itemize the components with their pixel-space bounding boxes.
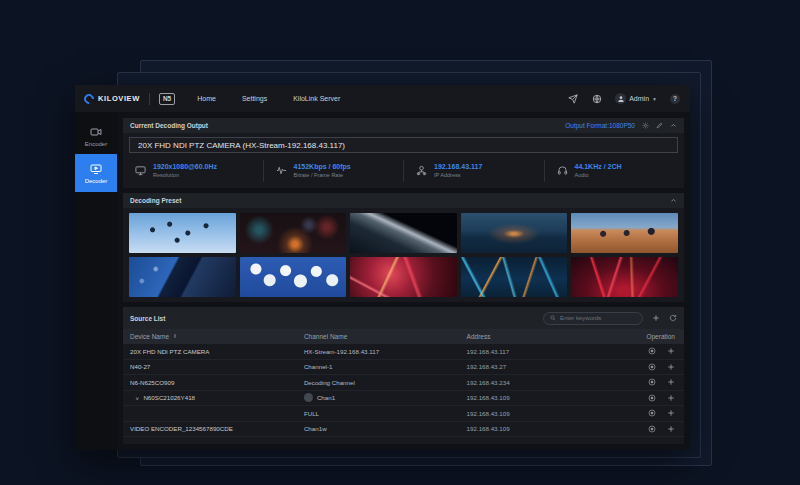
- sidebar-encoder-label: Encoder: [85, 141, 107, 147]
- help-icon[interactable]: ?: [670, 94, 680, 104]
- ndi-channel-badge-icon: [304, 393, 313, 402]
- stat-audio: 44.1KHz / 2CH Audio: [544, 160, 685, 182]
- add-icon[interactable]: [667, 425, 675, 433]
- stat-resolution: 1920x1080@60.0Hz Resolution: [123, 160, 263, 182]
- table-row[interactable]: 20X FHD NDI PTZ CAMERA HX-Stream-192.168…: [123, 344, 684, 360]
- preset-thumbnail-2[interactable]: [240, 213, 347, 253]
- top-navbar: KILOVIEW N5 Home Settings KiloLink Serve…: [75, 85, 690, 112]
- sidebar-item-decoder[interactable]: Decoder: [75, 154, 117, 192]
- table-row[interactable]: FULL 192.168.43.109: [123, 406, 684, 422]
- monitor-icon: [135, 165, 146, 176]
- collapse-icon[interactable]: [670, 197, 677, 204]
- admin-menu[interactable]: Admin ▼: [615, 93, 657, 104]
- search-box[interactable]: [543, 312, 643, 325]
- preset-thumbnail-6[interactable]: [129, 257, 236, 297]
- current-output-title: Current Decoding Output: [130, 122, 208, 129]
- search-input[interactable]: [560, 315, 636, 321]
- resolution-value: 1920x1080@60.0Hz: [153, 163, 217, 170]
- globe-language-icon[interactable]: [591, 93, 602, 104]
- app-window: KILOVIEW N5 Home Settings KiloLink Serve…: [75, 85, 690, 450]
- device-name-cell: N40-27: [123, 363, 297, 370]
- model-badge: N5: [159, 93, 175, 105]
- add-icon[interactable]: [667, 409, 675, 417]
- address-cell: 192.168.43.27: [460, 363, 600, 370]
- expand-caret-icon[interactable]: ∨: [135, 395, 139, 401]
- address-cell: 192.168.43.117: [460, 348, 600, 355]
- stream-stats-row: 1920x1080@60.0Hz Resolution 4152Kbps / 6…: [123, 153, 684, 188]
- channel-name-cell: Channel-1: [297, 363, 460, 370]
- preset-thumbnail-3[interactable]: [350, 213, 457, 253]
- paper-plane-icon[interactable]: [567, 93, 578, 104]
- preview-icon[interactable]: [648, 425, 656, 433]
- resolution-label: Resolution: [153, 172, 217, 178]
- content-area: Current Decoding Output Output Format:10…: [117, 112, 690, 450]
- source-list-section: Source List: [123, 307, 684, 444]
- chevron-down-icon: ▼: [652, 96, 657, 102]
- collapse-icon[interactable]: [670, 122, 677, 129]
- preview-icon[interactable]: [648, 409, 656, 417]
- gear-icon[interactable]: [642, 122, 649, 129]
- address-cell: 192.168.43.234: [460, 379, 600, 386]
- edit-pencil-icon[interactable]: [656, 122, 663, 129]
- navbar-right: Admin ▼ ?: [567, 93, 680, 104]
- menu-item-home[interactable]: Home: [197, 95, 216, 102]
- add-icon[interactable]: [667, 363, 675, 371]
- menu-item-kilolink-server[interactable]: KiloLink Server: [293, 95, 340, 102]
- preset-thumbnail-4[interactable]: [461, 213, 568, 253]
- output-format-label[interactable]: Output Format:1080P50: [565, 122, 635, 129]
- menu-item-settings[interactable]: Settings: [242, 95, 267, 102]
- channel-name-cell: FULL: [297, 410, 460, 417]
- column-address: Address: [460, 333, 600, 340]
- device-name-cell: 20X FHD NDI PTZ CAMERA: [123, 348, 297, 355]
- waveform-icon: [276, 165, 287, 176]
- table-row[interactable]: N6-N625CO909 Decoding Channel 192.168.43…: [123, 375, 684, 391]
- brand-logo: KILOVIEW: [84, 94, 140, 104]
- navbar-divider: [149, 93, 150, 105]
- preset-thumbnail-9[interactable]: [461, 257, 568, 297]
- preview-icon[interactable]: [648, 378, 656, 386]
- preset-thumbnail-10[interactable]: [571, 257, 678, 297]
- sort-icon[interactable]: [172, 333, 178, 340]
- address-cell: 192.168.43.109: [460, 394, 600, 401]
- address-cell: 192.168.43.109: [460, 410, 600, 417]
- ip-address-value: 192.168.43.117: [434, 163, 482, 170]
- sidebar-item-encoder[interactable]: Encoder: [75, 118, 117, 154]
- main-menu: Home Settings KiloLink Server: [197, 95, 340, 102]
- sidebar: Encoder Decoder: [75, 112, 117, 450]
- refresh-icon[interactable]: [669, 314, 677, 322]
- preset-thumbnail-8[interactable]: [350, 257, 457, 297]
- brand-logo-text: KILOVIEW: [98, 94, 140, 103]
- source-list-header: Source List: [123, 307, 684, 329]
- audio-value: 44.1KHz / 2CH: [575, 163, 622, 170]
- table-row[interactable]: ∨ N60SC21026Y418 Chan1 192.168.43.109: [123, 391, 684, 407]
- add-icon[interactable]: [667, 394, 675, 402]
- add-source-icon[interactable]: [652, 314, 660, 322]
- add-icon[interactable]: [667, 378, 675, 386]
- device-name-cell: N6-N625CO909: [123, 379, 297, 386]
- address-cell: 192.168.43.109: [460, 425, 600, 432]
- preview-icon[interactable]: [648, 394, 656, 402]
- current-decoding-output-section: Current Decoding Output Output Format:10…: [123, 118, 684, 188]
- ip-address-label: IP Address: [434, 172, 482, 178]
- device-name-cell: VIDEO ENCODER_1234567890CDE: [123, 425, 297, 432]
- column-device-name[interactable]: Device Name: [123, 333, 297, 340]
- current-output-header: Current Decoding Output Output Format:10…: [123, 118, 684, 133]
- preset-grid: [123, 208, 684, 302]
- bitrate-value: 4152Kbps / 60fps: [294, 163, 351, 170]
- add-icon[interactable]: [667, 347, 675, 355]
- admin-label: Admin: [629, 95, 649, 102]
- preview-icon[interactable]: [648, 347, 656, 355]
- network-icon: [416, 165, 427, 176]
- table-row[interactable]: VIDEO ENCODER_1234567890CDE Chan1w 192.1…: [123, 422, 684, 438]
- bitrate-label: Bitrate / Frame Rate: [294, 172, 351, 178]
- preset-thumbnail-1[interactable]: [129, 213, 236, 253]
- channel-name-text: Chan1: [317, 394, 335, 401]
- preset-thumbnail-7[interactable]: [240, 257, 347, 297]
- brand-logo-icon: [82, 91, 96, 105]
- current-stream-title: 20X FHD NDI PTZ CAMERA (HX-Stream-192.16…: [138, 141, 345, 150]
- preset-thumbnail-5[interactable]: [571, 213, 678, 253]
- column-channel-name: Channel Name: [297, 333, 460, 340]
- preview-icon[interactable]: [648, 363, 656, 371]
- decoding-preset-section: Decoding Preset: [123, 193, 684, 302]
- table-row[interactable]: N40-27 Channel-1 192.168.43.27: [123, 360, 684, 376]
